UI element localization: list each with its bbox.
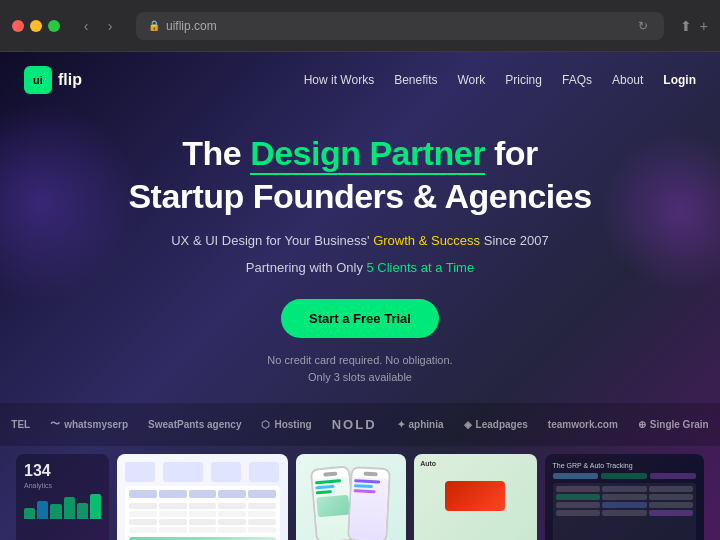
hero-subtitle2: Partnering with Only 5 Clients at a Time (20, 258, 700, 279)
minimize-button[interactable] (30, 20, 42, 32)
hero-subtitle-pre: UX & UI Design for Your Business' (171, 233, 369, 248)
logo-bar-sweatpants: SweatPants agency (148, 419, 241, 430)
logo-bar: TEL 〜 whatsmyserp SweatPants agency ⬡ Ho… (0, 403, 720, 446)
portfolio-card-2[interactable] (117, 454, 288, 540)
browser-chrome: ‹ › 🔒 uiflip.com ↻ ⬆ + (0, 0, 720, 52)
singlegrain-icon: ⊕ (638, 419, 646, 430)
car-image (445, 481, 505, 511)
logo[interactable]: ui flip (24, 66, 82, 94)
nav-arrows: ‹ › (76, 16, 120, 36)
url-text: uiflip.com (166, 19, 217, 33)
address-bar[interactable]: 🔒 uiflip.com ↻ (136, 12, 664, 40)
hero-subtitle-accent: Growth & Success (370, 233, 481, 248)
logo-icon: ui (24, 66, 52, 94)
nav-faqs[interactable]: FAQs (562, 73, 592, 87)
nav-pricing[interactable]: Pricing (505, 73, 542, 87)
hero-subtitle2-accent: 5 Clients at a Time (363, 260, 474, 275)
portfolio-row: 134 Analytics (0, 446, 720, 540)
nold-label: NOLD (332, 417, 377, 432)
hero-title: The Design Partner for Startup Founders … (20, 132, 700, 217)
fullscreen-button[interactable] (48, 20, 60, 32)
browser-actions: ⬆ + (680, 18, 708, 34)
cta-note-line1: No credit card required. No obligation. (20, 352, 700, 370)
hero-subtitle-post: Since 2007 (480, 233, 549, 248)
hero-subtitle: UX & UI Design for Your Business' Growth… (20, 231, 700, 252)
cta-note: No credit card required. No obligation. … (20, 352, 700, 387)
teamwork-label: teamwork.com (548, 419, 618, 430)
hero-title-post: for (485, 134, 538, 172)
card1-number: 134 (24, 462, 101, 480)
lock-icon: 🔒 (148, 20, 160, 31)
nav-benefits[interactable]: Benefits (394, 73, 437, 87)
logo-bar-teamwork: teamwork.com (548, 419, 618, 430)
hero-section: The Design Partner for Startup Founders … (0, 108, 720, 403)
aphinia-icon: ✦ (397, 419, 405, 430)
portfolio-card-1[interactable]: 134 Analytics (16, 454, 109, 540)
nav-login[interactable]: Login (663, 73, 696, 87)
hero-subtitle2-pre: Partnering with Only (246, 260, 363, 275)
hosting-icon: ⬡ (261, 419, 270, 430)
nav-how-it-works[interactable]: How it Works (304, 73, 374, 87)
whatsmyserp-icon: 〜 (50, 417, 60, 431)
sweatpants-label: SweatPants agency (148, 419, 241, 430)
new-tab-button[interactable]: + (700, 18, 708, 34)
leadpages-icon: ◈ (464, 419, 472, 430)
hero-title-highlight: Design Partner (250, 134, 485, 175)
logo-bar-aphinia: ✦ aphinia (397, 419, 444, 430)
phone-mockup-2 (347, 466, 391, 540)
forward-button[interactable]: › (100, 16, 120, 36)
traffic-lights (12, 20, 60, 32)
logo-bar-whatsmyserp: 〜 whatsmyserp (50, 417, 128, 431)
logo-bar-leadpages: ◈ Leadpages (464, 419, 528, 430)
cta-button[interactable]: Start a Free Trial (281, 299, 439, 338)
portfolio-card-4[interactable]: Auto (414, 454, 536, 540)
refresh-icon[interactable]: ↻ (638, 19, 652, 33)
portfolio-card-5[interactable]: The GRP & Auto Tracking (545, 454, 704, 540)
card1-label: Analytics (24, 482, 101, 489)
close-button[interactable] (12, 20, 24, 32)
share-button[interactable]: ⬆ (680, 18, 692, 34)
nav-links: How it Works Benefits Work Pricing FAQs … (304, 73, 696, 87)
hero-title-pre: The (182, 134, 250, 172)
car-header: Auto (420, 460, 530, 467)
portfolio-card-3[interactable] (296, 454, 406, 540)
hosting-label: Hosting (274, 419, 311, 430)
mini-chart (24, 489, 101, 519)
leadpages-label: Leadpages (476, 419, 528, 430)
website-content: ui flip How it Works Benefits Work Prici… (0, 52, 720, 540)
logo-bar-hosting: ⬡ Hosting (261, 419, 311, 430)
cta-note-line2: Only 3 slots available (20, 369, 700, 387)
hero-title-line2: Startup Founders & Agencies (128, 177, 591, 215)
nav-work[interactable]: Work (458, 73, 486, 87)
logo-bar-singlegrain: ⊕ Single Grain (638, 419, 709, 430)
aphinia-label: aphinia (409, 419, 444, 430)
tel-label: TEL (11, 419, 30, 430)
logo-bar-tel: TEL (11, 419, 30, 430)
logo-bar-nold: NOLD (332, 417, 377, 432)
logo-text: flip (58, 71, 82, 89)
singlegrain-label: Single Grain (650, 419, 709, 430)
whatsmyserp-label: whatsmyserp (64, 419, 128, 430)
navbar: ui flip How it Works Benefits Work Prici… (0, 52, 720, 108)
back-button[interactable]: ‹ (76, 16, 96, 36)
nav-about[interactable]: About (612, 73, 643, 87)
